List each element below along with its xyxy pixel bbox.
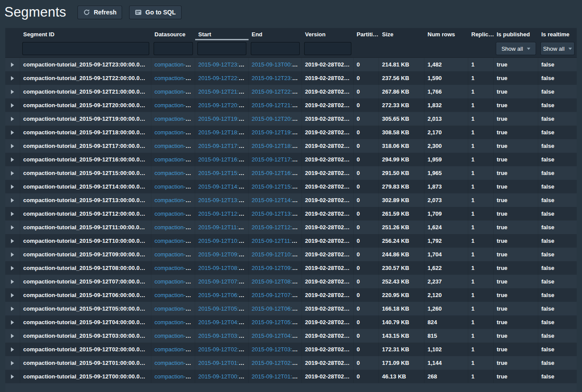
end-link[interactable]: 2015-09-12T13:00:00.000Z — [252, 210, 302, 217]
datasource-link[interactable]: compaction-tutorial — [154, 278, 195, 285]
datasource-link[interactable]: compaction-tutorial — [154, 332, 195, 339]
end-link[interactable]: 2015-09-12T20:00:00.000Z — [252, 116, 302, 122]
row-expander[interactable] — [5, 139, 20, 153]
start-link[interactable]: 2015-09-12T23:00:00.000Z — [198, 61, 249, 68]
start-link[interactable]: 2015-09-12T10:00:00.000Z — [198, 238, 249, 244]
end-link[interactable]: 2015-09-12T15:00:00.000Z — [252, 183, 302, 190]
filter-input-segment_id[interactable] — [22, 42, 149, 55]
datasource-link[interactable]: compaction-tutorial — [154, 88, 195, 95]
row-expander[interactable] — [5, 329, 20, 343]
end-link[interactable]: 2015-09-12T10:00:00.000Z — [252, 251, 302, 258]
end-link[interactable]: 2015-09-12T17:00:00.000Z — [252, 156, 302, 163]
row-expander[interactable] — [5, 98, 20, 112]
start-link[interactable]: 2015-09-12T16:00:00.000Z — [198, 156, 249, 163]
end-link[interactable]: 2015-09-12T03:00:00.000Z — [252, 346, 302, 353]
row-expander[interactable] — [5, 112, 20, 126]
goto-sql-button[interactable]: Go to SQL — [129, 6, 181, 19]
datasource-link[interactable]: compaction-tutorial — [154, 143, 195, 149]
end-link[interactable]: 2015-09-12T12:00:00.000Z — [252, 224, 302, 231]
end-link[interactable]: 2015-09-13T00:00:00.000Z — [252, 61, 302, 68]
datasource-link[interactable]: compaction-tutorial — [154, 197, 195, 203]
datasource-link[interactable]: compaction-tutorial — [154, 183, 195, 190]
row-expander[interactable] — [5, 248, 20, 261]
start-link[interactable]: 2015-09-12T22:00:00.000Z — [198, 75, 249, 81]
start-link[interactable]: 2015-09-12T15:00:00.000Z — [198, 170, 249, 176]
column-header-partition[interactable]: Partiti… — [354, 28, 379, 40]
row-expander[interactable] — [5, 166, 20, 180]
datasource-link[interactable]: compaction-tutorial — [154, 265, 195, 271]
filter-input-end[interactable] — [251, 42, 300, 55]
end-link[interactable]: 2015-09-12T23:00:00.000Z — [252, 75, 302, 81]
row-expander[interactable] — [5, 234, 20, 248]
row-expander[interactable] — [5, 58, 20, 71]
column-header-start[interactable]: Start — [195, 28, 249, 40]
column-header-num_rows[interactable]: Num rows — [424, 28, 468, 40]
row-expander[interactable] — [5, 85, 20, 98]
row-expander[interactable] — [5, 343, 20, 356]
column-header-datasource[interactable]: Datasource — [151, 28, 195, 40]
datasource-link[interactable]: compaction-tutorial — [154, 61, 195, 68]
end-link[interactable]: 2015-09-12T02:00:00.000Z — [252, 360, 302, 366]
start-link[interactable]: 2015-09-12T21:00:00.000Z — [198, 88, 249, 95]
column-header-segment_id[interactable]: Segment ID — [20, 28, 151, 40]
datasource-link[interactable]: compaction-tutorial — [154, 360, 195, 366]
start-link[interactable]: 2015-09-12T17:00:00.000Z — [198, 143, 249, 149]
start-link[interactable]: 2015-09-12T07:00:00.000Z — [198, 278, 249, 285]
datasource-link[interactable]: compaction-tutorial — [154, 129, 195, 136]
filter-input-start[interactable] — [197, 42, 246, 55]
datasource-link[interactable]: compaction-tutorial — [154, 305, 195, 312]
filter-select-is_realtime[interactable]: Show all — [540, 42, 575, 55]
start-link[interactable]: 2015-09-12T18:00:00.000Z — [198, 129, 249, 136]
start-link[interactable]: 2015-09-12T08:00:00.000Z — [198, 265, 249, 271]
end-link[interactable]: 2015-09-12T16:00:00.000Z — [252, 170, 302, 176]
datasource-link[interactable]: compaction-tutorial — [154, 251, 195, 258]
end-link[interactable]: 2015-09-12T06:00:00.000Z — [252, 305, 302, 312]
row-expander[interactable] — [5, 220, 20, 234]
start-link[interactable]: 2015-09-12T03:00:00.000Z — [198, 332, 249, 339]
end-link[interactable]: 2015-09-12T22:00:00.000Z — [252, 88, 302, 95]
start-link[interactable]: 2015-09-12T13:00:00.000Z — [198, 197, 249, 203]
datasource-link[interactable]: compaction-tutorial — [154, 319, 195, 326]
end-link[interactable]: 2015-09-12T19:00:00.000Z — [252, 129, 302, 136]
start-link[interactable]: 2015-09-12T09:00:00.000Z — [198, 251, 249, 258]
row-expander[interactable] — [5, 71, 20, 85]
filter-input-version[interactable] — [304, 42, 351, 55]
end-link[interactable]: 2015-09-12T08:00:00.000Z — [252, 278, 302, 285]
datasource-link[interactable]: compaction-tutorial — [154, 170, 195, 176]
row-expander[interactable] — [5, 126, 20, 139]
row-expander[interactable] — [5, 288, 20, 302]
datasource-link[interactable]: compaction-tutorial — [154, 373, 195, 380]
datasource-link[interactable]: compaction-tutorial — [154, 346, 195, 353]
column-header-is_published[interactable]: Is published — [494, 28, 538, 40]
start-link[interactable]: 2015-09-12T01:00:00.000Z — [198, 360, 249, 366]
datasource-link[interactable]: compaction-tutorial — [154, 102, 195, 108]
start-link[interactable]: 2015-09-12T02:00:00.000Z — [198, 346, 249, 353]
row-expander[interactable] — [5, 275, 20, 288]
datasource-link[interactable]: compaction-tutorial — [154, 224, 195, 231]
row-expander[interactable] — [5, 370, 20, 383]
row-expander[interactable] — [5, 315, 20, 329]
datasource-link[interactable]: compaction-tutorial — [154, 156, 195, 163]
end-link[interactable]: 2015-09-12T21:00:00.000Z — [252, 102, 302, 108]
filter-select-is_published[interactable]: Show all — [496, 42, 536, 55]
column-header-end[interactable]: End — [249, 28, 302, 40]
end-link[interactable]: 2015-09-12T14:00:00.000Z — [252, 197, 302, 203]
end-link[interactable]: 2015-09-12T18:00:00.000Z — [252, 143, 302, 149]
datasource-link[interactable]: compaction-tutorial — [154, 210, 195, 217]
end-link[interactable]: 2015-09-12T05:00:00.000Z — [252, 319, 302, 326]
datasource-link[interactable]: compaction-tutorial — [154, 292, 195, 298]
end-link[interactable]: 2015-09-12T01:00:00.000Z — [252, 373, 302, 380]
start-link[interactable]: 2015-09-12T04:00:00.000Z — [198, 319, 249, 326]
start-link[interactable]: 2015-09-12T12:00:00.000Z — [198, 210, 249, 217]
end-link[interactable]: 2015-09-12T07:00:00.000Z — [252, 292, 302, 298]
row-expander[interactable] — [5, 207, 20, 220]
filter-input-datasource[interactable] — [154, 42, 193, 55]
column-header-size[interactable]: Size — [379, 28, 424, 40]
row-expander[interactable] — [5, 193, 20, 207]
datasource-link[interactable]: compaction-tutorial — [154, 75, 195, 81]
start-link[interactable]: 2015-09-12T20:00:00.000Z — [198, 102, 249, 108]
column-header-version[interactable]: Version — [302, 28, 354, 40]
end-link[interactable]: 2015-09-12T09:00:00.000Z — [252, 265, 302, 271]
start-link[interactable]: 2015-09-12T14:00:00.000Z — [198, 183, 249, 190]
row-expander[interactable] — [5, 356, 20, 370]
